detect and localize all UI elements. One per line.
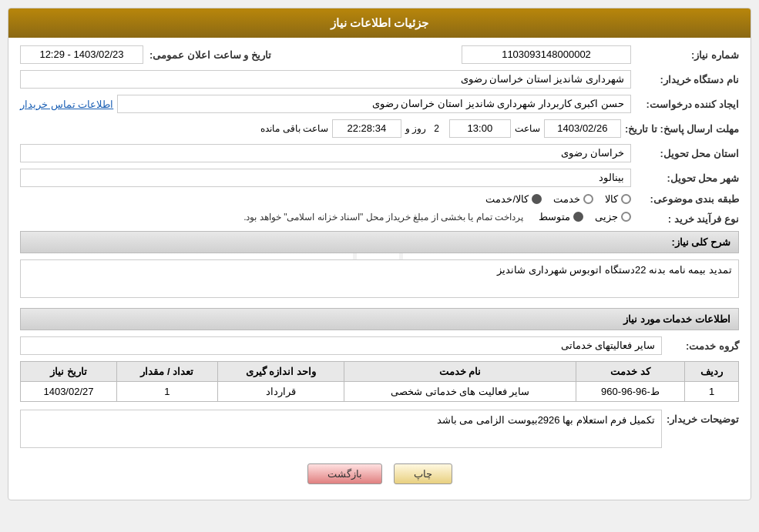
process-motavasset[interactable]: متوسط — [539, 211, 583, 223]
cell-date: 1403/02/27 — [21, 382, 117, 402]
col-quantity: تعداد / مقدار — [116, 362, 217, 382]
category-label: طبقه بندی موضوعی: — [631, 193, 739, 205]
services-table: ردیف کد خدمت نام خدمت واحد اندازه گیری ت… — [20, 361, 739, 402]
services-section-header: اطلاعات خدمات مورد نیاز — [20, 308, 739, 330]
cell-quantity: 1 — [116, 382, 217, 402]
radio-motavasset-icon — [573, 212, 583, 222]
radio-khadamat-label: خدمت — [553, 193, 580, 205]
creator-label: ایجاد کننده درخواست: — [631, 99, 739, 110]
process-jozyi[interactable]: جزیی — [595, 211, 631, 223]
need-description-section-header: شرح کلی نیاز: — [20, 231, 739, 253]
radio-jozyi-label: جزیی — [595, 211, 618, 223]
cell-service-name: سایر فعالیت های خدماتی شخصی — [344, 382, 576, 402]
buyer-org-value: شهرداری شاندیز استان خراسان رضوی — [20, 70, 631, 89]
need-description-textarea[interactable] — [20, 259, 739, 298]
category-radio-group: کالا خدمت کالا/خدمت — [485, 193, 631, 205]
announce-label: تاریخ و ساعت اعلان عمومی: — [143, 49, 271, 61]
need-number-value: 1103093148000002 — [462, 45, 631, 64]
deadline-date: 1403/02/26 — [544, 119, 621, 138]
cell-row: 1 — [684, 382, 738, 402]
creator-value: حسن اکبری کاربردار شهرداری شاندیز استان … — [117, 95, 631, 113]
col-date: تاریخ نیاز — [21, 362, 117, 382]
delivery-city-value: بینالود — [20, 169, 631, 187]
days-label: روز و — [401, 123, 430, 134]
col-service-code: کد خدمت — [576, 362, 684, 382]
delivery-province-value: خراسان رضوی — [20, 144, 631, 162]
process-type-label: نوع فرآیند خرید : — [631, 211, 739, 225]
back-button[interactable]: بازگشت — [307, 463, 382, 484]
buyer-org-label: نام دستگاه خریدار: — [631, 74, 739, 85]
days-value: 2 — [430, 123, 443, 134]
print-button[interactable]: چاپ — [394, 463, 452, 484]
process-options: جزیی متوسط پرداخت تمام یا بخشی از مبلغ خ… — [20, 211, 631, 223]
table-row: 1 ط-96-96-960 سایر فعالیت های خدماتی شخص… — [21, 382, 739, 402]
col-service-name: نام خدمت — [344, 362, 576, 382]
cell-service-code: ط-96-96-960 — [576, 382, 684, 402]
category-kala-khadamat[interactable]: کالا/خدمت — [485, 193, 542, 205]
need-number-label: شماره نیاز: — [631, 49, 739, 61]
service-group-label: گروه خدمت: — [662, 340, 739, 352]
radio-kala-khadamat-label: کالا/خدمت — [485, 193, 529, 205]
category-khadamat[interactable]: خدمت — [553, 193, 593, 205]
buyer-notes-textarea[interactable] — [20, 410, 662, 448]
contact-link[interactable]: اطلاعات تماس خریدار — [20, 99, 113, 110]
cell-unit: قرارداد — [217, 382, 344, 402]
deadline-time: 13:00 — [449, 119, 511, 138]
deadline-time-label: ساعت — [511, 123, 544, 134]
radio-kala-khadamat-icon — [532, 194, 542, 204]
radio-kala-icon — [621, 194, 631, 204]
delivery-province-label: استان محل تحویل: — [631, 148, 739, 159]
category-kala[interactable]: کالا — [605, 193, 631, 205]
service-group-value: سایر فعالیتهای خدماتی — [20, 336, 662, 355]
col-row: ردیف — [684, 362, 738, 382]
remaining-time: 22:28:34 — [332, 119, 401, 138]
announce-value: 1403/02/23 - 12:29 — [20, 45, 143, 64]
button-row: چاپ بازگشت — [20, 463, 739, 492]
radio-kala-label: کالا — [605, 193, 618, 205]
col-unit: واحد اندازه گیری — [217, 362, 344, 382]
radio-jozyi-icon — [621, 212, 631, 222]
buyer-notes-label: توضیحات خریدار: — [662, 410, 739, 425]
remaining-time-label: ساعت باقی مانده — [257, 123, 332, 134]
delivery-city-label: شهر محل تحویل: — [631, 172, 739, 184]
process-note: پرداخت تمام یا بخشی از مبلغ خریداز محل "… — [243, 212, 523, 223]
page-title: جزئیات اطلاعات نیاز — [8, 8, 751, 38]
radio-motavasset-label: متوسط — [539, 211, 570, 223]
response-deadline-label: مهلت ارسال پاسخ: تا تاریخ: — [621, 123, 739, 135]
radio-khadamat-icon — [583, 194, 593, 204]
